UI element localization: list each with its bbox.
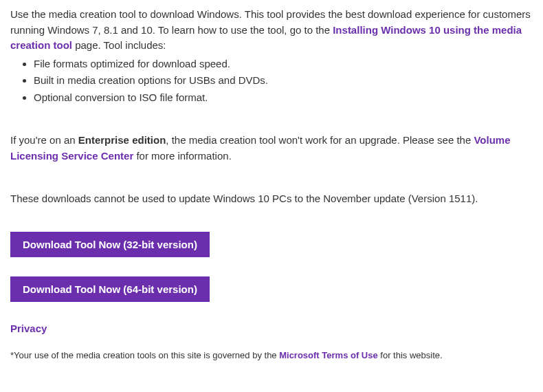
list-item: File formats optimized for download spee… (34, 56, 533, 72)
download-64bit-button[interactable]: Download Tool Now (64-bit version) (10, 276, 210, 302)
footnote-after-link: for this website. (378, 350, 443, 360)
privacy-link[interactable]: Privacy (10, 321, 47, 337)
download-32bit-button[interactable]: Download Tool Now (32-bit version) (10, 232, 210, 257)
enterprise-before-bold: If you're on an (10, 134, 78, 146)
intro-section: Use the media creation tool to download … (10, 7, 533, 105)
intro-paragraph: Use the media creation tool to download … (10, 7, 533, 54)
features-list: File formats optimized for download spee… (10, 56, 533, 106)
list-item: Built in media creation options for USBs… (34, 73, 533, 89)
enterprise-after-link: for more information. (133, 150, 232, 162)
intro-text-after: page. Tool includes: (72, 39, 166, 51)
footnote-paragraph: *Your use of the media creation tools on… (10, 349, 533, 362)
terms-of-use-link[interactable]: Microsoft Terms of Use (279, 350, 378, 360)
enterprise-paragraph: If you're on an Enterprise edition, the … (10, 133, 533, 164)
note-paragraph: These downloads cannot be used to update… (10, 191, 533, 207)
enterprise-after-bold: , the media creation tool won't work for… (166, 134, 474, 146)
enterprise-bold: Enterprise edition (78, 134, 166, 146)
list-item: Optional conversion to ISO file format. (34, 90, 533, 106)
footnote-before-link: *Your use of the media creation tools on… (10, 350, 279, 360)
